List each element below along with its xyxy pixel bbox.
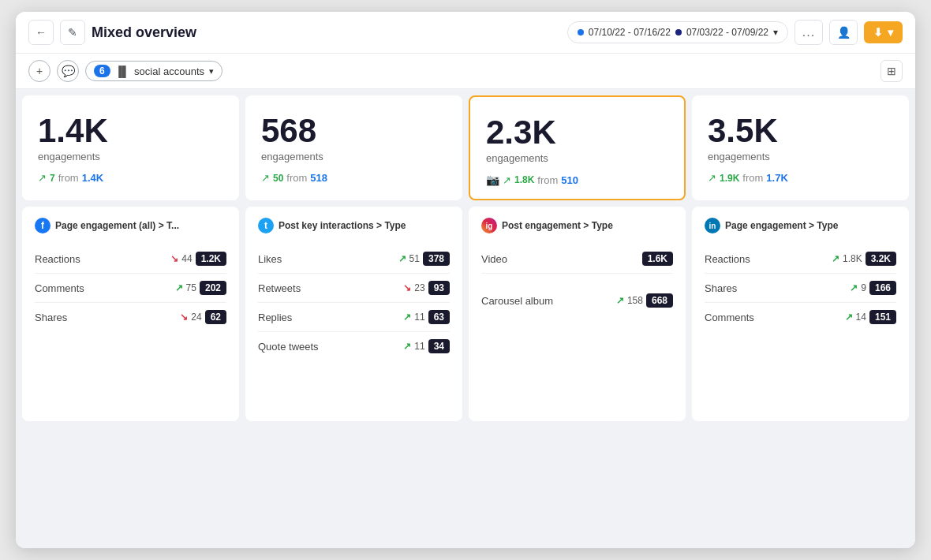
detail-row: Comments ↗ 75 202	[35, 274, 226, 303]
detail-stats: ↗ 1.8K 3.2K	[832, 252, 896, 266]
metric-card-0[interactable]: 1.4K engagements ↗ 7 from 1.4K	[22, 95, 239, 200]
down-arrow-icon: ↘	[403, 282, 411, 293]
up-arrow-icon: ↗	[832, 253, 839, 264]
tw-card-title: Post key interactions > Type	[279, 220, 406, 231]
header-left: ← ✎ Mixed overview	[28, 20, 559, 45]
detail-stats: ↘ 24 62	[180, 310, 226, 324]
metric-label-3: engagements	[708, 151, 770, 162]
date-range-button[interactable]: 07/10/22 - 07/16/22 07/03/22 - 07/09/22 …	[567, 21, 788, 43]
stat-badge: 62	[205, 310, 226, 324]
detail-card-header-li: in Page engagement > Type	[705, 218, 896, 233]
metric-card-3[interactable]: 3.5K engagements ↗ 1.9K from 1.7K	[692, 95, 909, 200]
toolbar-right: ⊞	[881, 60, 903, 82]
arrow-up-icon: ↗	[261, 172, 270, 184]
detail-card-header-fb: f Page engagement (all) > T...	[35, 218, 226, 233]
detail-row: Retweets ↘ 23 93	[258, 274, 450, 303]
arrow-up-icon: ↗	[38, 172, 47, 184]
filter-button[interactable]: ⊞	[881, 60, 903, 82]
detail-card-tw: t Post key interactions > Type Likes ↗ 5…	[245, 207, 462, 421]
arrow-up-icon: ↗	[503, 174, 511, 186]
up-arrow-icon: ↗	[616, 295, 624, 306]
date-dot-1	[578, 29, 584, 35]
back-icon: ←	[36, 26, 47, 39]
download-icon: ⬇	[873, 26, 883, 39]
detail-row: Quote tweets ↗ 11 34	[258, 332, 450, 360]
detail-card-ig: ig Post engagement > Type Video 1.6K Car…	[469, 207, 686, 421]
detail-row: Comments ↗ 14 151	[705, 303, 896, 331]
stat-badge: 378	[423, 252, 450, 266]
detail-name: Comments	[705, 312, 754, 323]
fb-card-title: Page engagement (all) > T...	[55, 220, 179, 231]
from-text-2: from	[537, 174, 558, 186]
detail-name: Quote tweets	[258, 341, 319, 353]
stat-badge: 3.2K	[866, 252, 896, 266]
detail-name: Likes	[258, 253, 282, 265]
metric-card-2[interactable]: 2.3K engagements 📷 ↗ 1.8K from 510	[469, 95, 686, 200]
change-base-3: 1.7K	[766, 172, 787, 184]
add-user-button[interactable]: 👤	[829, 20, 858, 45]
bar-chart-icon: ▐▌	[115, 65, 129, 77]
up-arrow-icon: ↗	[403, 312, 411, 323]
detail-row: Shares ↘ 24 62	[35, 303, 226, 331]
metric-label-0: engagements	[38, 151, 100, 162]
change-base-1: 518	[310, 172, 327, 184]
metric-value-1: 568	[261, 114, 316, 147]
comment-icon: 💬	[62, 65, 75, 77]
up-arrow-icon: ↗	[403, 341, 411, 352]
down-arrow-icon: ↘	[170, 253, 178, 264]
fb-icon: f	[35, 218, 50, 233]
metric-card-1[interactable]: 568 engagements ↗ 50 from 518	[245, 95, 462, 200]
detail-row: Reactions ↗ 1.8K 3.2K	[705, 245, 896, 274]
up-arrow-icon: ↗	[850, 282, 858, 293]
detail-stats: ↘ 23 93	[403, 281, 450, 295]
ig-card-title: Post engagement > Type	[502, 220, 613, 231]
metric-change-3: ↗ 1.9K from 1.7K	[708, 172, 788, 184]
add-circle-button[interactable]: +	[28, 60, 50, 82]
stat-change: 51	[409, 253, 420, 264]
stat-badge: 63	[428, 310, 450, 324]
from-text-1: from	[286, 172, 307, 184]
metric-value-2: 2.3K	[486, 116, 556, 149]
edit-icon: ✎	[68, 26, 77, 39]
stat-badge: 1.2K	[196, 252, 226, 266]
detail-cards-row: f Page engagement (all) > T... Reactions…	[22, 207, 909, 421]
detail-name: Shares	[35, 312, 67, 323]
up-arrow-icon: ↗	[845, 312, 853, 323]
more-button[interactable]: ...	[795, 20, 823, 45]
back-button[interactable]: ←	[28, 20, 54, 45]
stat-change: 11	[414, 312, 424, 323]
detail-name: Replies	[258, 312, 292, 323]
stat-badge: 166	[869, 281, 896, 295]
main-content: 1.4K engagements ↗ 7 from 1.4K 568 engag…	[16, 89, 915, 548]
toolbar: + 💬 6 ▐▌ social accounts ▾ ⊞	[16, 54, 915, 89]
date-range-2: 07/03/22 - 07/09/22	[686, 27, 768, 38]
comment-button[interactable]: 💬	[57, 60, 79, 82]
stat-change: 24	[191, 312, 201, 323]
edit-button[interactable]: ✎	[60, 20, 85, 45]
detail-stats: ↗ 14 151	[845, 310, 896, 324]
date-dot-2	[675, 29, 682, 35]
stat-badge: 93	[428, 281, 450, 295]
detail-row: Carousel album ↗ 158 668	[481, 286, 673, 315]
plus-icon: +	[36, 65, 43, 77]
detail-name: Retweets	[258, 282, 301, 294]
chevron-icon: ▾	[888, 26, 893, 39]
page-title: Mixed overview	[92, 24, 196, 41]
stat-badge: 202	[200, 281, 226, 295]
download-button[interactable]: ⬇ ▾	[864, 21, 903, 43]
stat-change: 11	[414, 341, 424, 352]
detail-row: Reactions ↘ 44 1.2K	[35, 245, 226, 274]
detail-stats: ↗ 158 668	[616, 293, 673, 308]
stat-change: 23	[414, 282, 424, 293]
app-window: ← ✎ Mixed overview 07/10/22 - 07/16/22 0…	[16, 12, 915, 548]
stat-change: 14	[856, 312, 866, 323]
social-accounts-button[interactable]: 6 ▐▌ social accounts ▾	[85, 61, 222, 81]
detail-name: Carousel album	[481, 295, 553, 307]
detail-stats: ↘ 44 1.2K	[170, 252, 226, 266]
detail-name: Reactions	[35, 253, 80, 265]
header: ← ✎ Mixed overview 07/10/22 - 07/16/22 0…	[16, 12, 915, 54]
stat-badge: 151	[869, 310, 896, 324]
date-range-1: 07/10/22 - 07/16/22	[589, 27, 671, 38]
metric-label-2: engagements	[486, 152, 548, 164]
change-num-2: 1.8K	[514, 174, 534, 185]
